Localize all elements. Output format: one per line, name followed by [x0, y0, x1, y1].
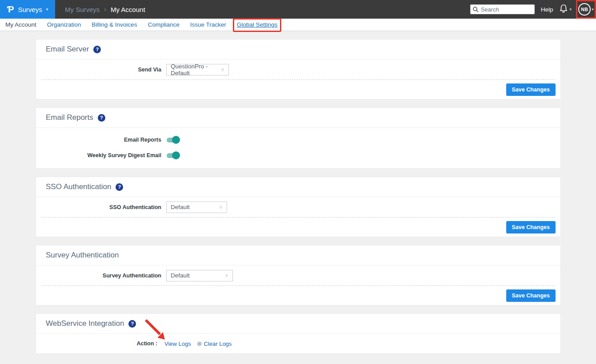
weekly-digest-toggle[interactable] — [167, 151, 180, 159]
webservice-header: WebService Integration ? — [36, 314, 560, 334]
account-tabbar: My Account Organization Billing & Invoic… — [0, 19, 596, 31]
breadcrumb-parent-link[interactable]: My Surveys — [65, 6, 100, 13]
toggle-knob — [172, 151, 180, 159]
sso-header: SSO Authentication ? — [36, 177, 560, 197]
sso-label: SSO Authentication — [36, 204, 161, 210]
survey-authentication-card: Survey Authentication Survey Authenticat… — [36, 245, 561, 305]
product-switcher[interactable]: Ƥ Surveys ▾ — [0, 0, 55, 19]
card-title: Survey Authentication — [46, 251, 119, 260]
help-icon[interactable]: ? — [128, 320, 136, 328]
chevron-down-icon: ▾ — [46, 8, 48, 12]
tab-organization[interactable]: Organization — [47, 21, 81, 28]
sso-footer: Save Changes — [36, 218, 560, 237]
clear-logs-link[interactable]: ⊗ Clear Logs — [197, 340, 232, 347]
chevron-down-icon: ▾ — [592, 8, 594, 12]
search-input[interactable] — [470, 4, 535, 14]
topbar: Ƥ Surveys ▾ My Surveys › My Account Help… — [0, 0, 596, 19]
tab-issue-tracker[interactable]: Issue Tracker — [190, 21, 226, 28]
card-title: Email Reports — [46, 113, 93, 122]
chevron-down-icon: ∨ — [225, 273, 228, 278]
search-box — [470, 4, 535, 14]
tab-billing-invoices[interactable]: Billing & Invoices — [92, 21, 137, 28]
email-reports-card: Email Reports ? Email Reports Weekly Sur… — [36, 107, 561, 169]
tab-global-settings[interactable]: Global Settings — [237, 21, 278, 28]
questionpro-logo-icon: Ƥ — [7, 5, 14, 14]
email-reports-header: Email Reports ? — [36, 108, 560, 128]
action-label: Action : — [36, 340, 157, 347]
view-logs-link[interactable]: View Logs — [164, 340, 191, 347]
email-reports-toggle-row: Email Reports — [36, 132, 560, 147]
card-title: SSO Authentication — [46, 182, 111, 191]
survey-auth-select[interactable]: Default ∨ — [166, 270, 233, 281]
survey-auth-label: Survey Authentication — [36, 273, 161, 279]
survey-auth-header: Survey Authentication — [36, 245, 560, 265]
send-via-select[interactable]: QuestionPro - Default ∨ — [166, 64, 229, 75]
card-title: WebService Integration — [46, 319, 124, 328]
save-changes-button[interactable]: Save Changes — [506, 289, 556, 302]
breadcrumb-current: My Account — [111, 6, 145, 13]
sso-value: Default — [171, 204, 190, 210]
product-name: Surveys — [18, 6, 42, 13]
sso-row: SSO Authentication Default ∨ — [36, 197, 560, 217]
breadcrumb-separator: › — [104, 6, 106, 13]
notifications-button[interactable]: ▾ — [559, 4, 572, 15]
sso-select[interactable]: Default ∨ — [166, 202, 227, 213]
email-reports-toggle[interactable] — [167, 136, 180, 144]
topbar-right: Help ▾ NB ▾ — [470, 0, 596, 19]
survey-auth-footer: Save Changes — [36, 286, 560, 305]
tab-my-account[interactable]: My Account — [5, 21, 36, 28]
webservice-action-row: Action : View Logs ⊗ Clear Logs — [36, 334, 560, 353]
avatar[interactable]: NB — [578, 3, 591, 16]
send-via-value: QuestionPro - Default — [171, 63, 217, 76]
search-icon — [472, 6, 479, 14]
survey-auth-row: Survey Authentication Default ∨ — [36, 265, 560, 285]
weekly-digest-toggle-row: Weekly Survey Digest Email — [36, 147, 560, 163]
global-settings-page: Email Server ? Send Via QuestionPro - De… — [0, 31, 596, 354]
webservice-integration-card: WebService Integration ? Action : View L… — [36, 313, 561, 354]
sso-authentication-card: SSO Authentication ? SSO Authentication … — [36, 177, 561, 237]
email-reports-toggle-label: Email Reports — [36, 137, 161, 143]
save-changes-button[interactable]: Save Changes — [506, 83, 556, 96]
chevron-down-icon: ▾ — [569, 8, 572, 12]
toggle-knob — [172, 136, 180, 144]
account-menu-annotated[interactable]: NB ▾ — [576, 0, 596, 19]
survey-auth-value: Default — [171, 272, 190, 279]
chevron-down-icon: ∨ — [221, 67, 224, 72]
save-changes-button[interactable]: Save Changes — [506, 221, 556, 233]
email-reports-body: Email Reports Weekly Survey Digest Email — [36, 128, 560, 168]
help-icon[interactable]: ? — [98, 114, 105, 122]
circled-x-icon: ⊗ — [197, 340, 202, 347]
email-server-card: Email Server ? Send Via QuestionPro - De… — [36, 39, 561, 99]
card-title: Email Server — [46, 45, 89, 54]
email-server-footer: Save Changes — [36, 80, 560, 99]
help-link[interactable]: Help — [541, 6, 553, 13]
bell-icon — [559, 4, 568, 15]
email-server-header: Email Server ? — [36, 40, 560, 59]
send-via-row: Send Via QuestionPro - Default ∨ — [36, 59, 560, 79]
tab-compliance[interactable]: Compliance — [148, 21, 179, 28]
chevron-down-icon: ∨ — [219, 204, 223, 210]
breadcrumb: My Surveys › My Account — [65, 6, 145, 13]
weekly-digest-toggle-label: Weekly Survey Digest Email — [36, 152, 161, 158]
help-icon[interactable]: ? — [93, 46, 101, 53]
clear-logs-label: Clear Logs — [204, 340, 232, 347]
help-icon[interactable]: ? — [116, 183, 123, 191]
send-via-label: Send Via — [36, 67, 161, 73]
